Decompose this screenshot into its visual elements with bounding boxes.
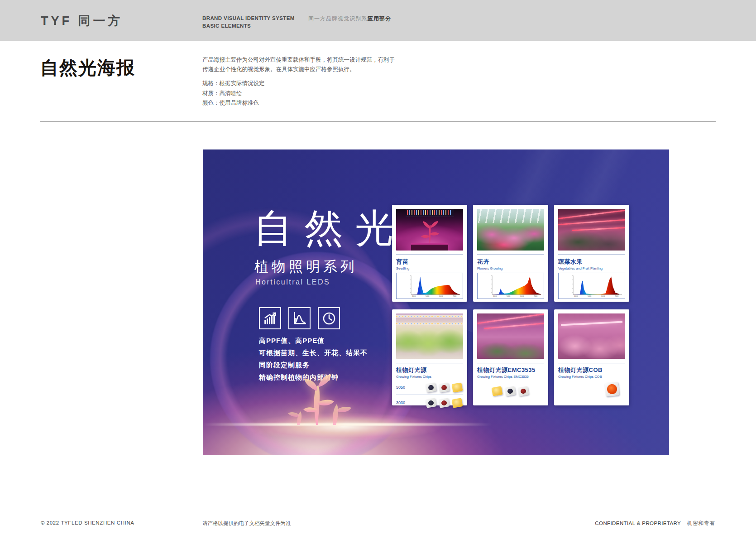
- card-title: 育苗: [396, 258, 463, 266]
- spectrum-svg: 400500600700: [478, 273, 544, 299]
- spectrum-chart-flowers: 400500600700: [477, 273, 544, 299]
- led-panel-graphic: [406, 209, 454, 217]
- led-chip-icon: [505, 386, 516, 396]
- feature-line1: 高PPF值、高PPE值: [259, 334, 368, 347]
- led-strip-graphic: [572, 227, 625, 231]
- cob-photo: [558, 313, 625, 359]
- card-flowers: 花卉 Flowers Growing 400500600700: [473, 205, 548, 302]
- spectrum-xtick: 700: [453, 295, 457, 297]
- led-chip-icon: [439, 382, 450, 393]
- led-chip-icon: [492, 386, 503, 396]
- spec-list: 规格：根据实际情况设定 材质：高清喷绘 颜色：使用品牌标准色: [202, 79, 265, 108]
- led-chip-icon: [518, 386, 529, 396]
- chip-set: [426, 399, 463, 407]
- led-strip-graphic: [478, 313, 544, 324]
- feature-line3: 同阶段定制服务: [259, 359, 368, 371]
- spectrum-xtick: 400: [412, 295, 416, 297]
- spec-size: 规格：根据实际情况设定: [202, 79, 265, 89]
- footer-confidential-cn: 机密和专有: [687, 521, 716, 526]
- clock-icon: [318, 307, 340, 329]
- footer-confidential: CONFIDENTIAL & PROPRIETARY 机密和专有: [595, 520, 715, 527]
- card-emc3535-chips: 植物灯光源EMC3535 Growing Fixtures Chips-EMC3…: [473, 309, 548, 405]
- led-strip-graphic: [558, 210, 625, 219]
- card-subtitle: Seedling: [396, 266, 463, 270]
- card-title: 植物灯光源EMC3535: [477, 366, 544, 374]
- flowers-photo: [477, 209, 544, 251]
- footer-note: 请严格以提供的电子文档矢量文件为准: [202, 520, 291, 527]
- header-system-title-en: BRAND VISUAL IDENTITY SYSTEM BASIC ELEME…: [202, 14, 295, 29]
- chip-row-3030: 3030: [396, 397, 463, 409]
- led-chip-icon: [439, 398, 450, 408]
- spectrum-xtick: 600: [601, 295, 605, 297]
- chip-size-label: 5050: [396, 385, 411, 390]
- led-chip-icon: [426, 398, 437, 408]
- spectrum-chart-vegetables: 400500600700: [558, 273, 625, 299]
- spec-material: 材质：高清喷绘: [202, 89, 265, 99]
- card-title: 植物灯光源: [396, 366, 463, 374]
- card-divider: [558, 255, 625, 255]
- spectrum-curve-glyph: [292, 311, 307, 326]
- card-title: 花卉: [477, 258, 544, 266]
- header-system-title-cn: 同一方品牌视觉识别系统: [308, 15, 373, 23]
- spectrum-xtick: 700: [615, 295, 619, 297]
- footer-confidential-en: CONFIDENTIAL & PROPRIETARY: [595, 521, 681, 526]
- card-subtitle: Flowers Growing: [477, 266, 544, 270]
- led-strip-graphic: [558, 219, 625, 225]
- natural-light-poster: 自然光 植物照明系列 Horticultral LEDS: [203, 149, 669, 455]
- chips-area: 5050 3030: [396, 381, 463, 409]
- card-divider: [477, 363, 544, 363]
- led-chip-icon: [452, 382, 463, 393]
- vegetables-photo: [558, 209, 625, 251]
- spectrum-area: [573, 277, 619, 295]
- section-divider: [40, 121, 716, 122]
- poster-subtitle: 植物照明系列: [254, 257, 358, 276]
- card-divider: [396, 255, 463, 255]
- spectrum-xtick: 500: [588, 295, 592, 297]
- header-bar: TYF 同一方 BRAND VISUAL IDENTITY SYSTEM BAS…: [0, 0, 756, 41]
- header-system-title-line2: BASIC ELEMENTS: [202, 22, 295, 30]
- description-line1: 产品海报主要作为公司对外宣传重要载体和手段，将其统一设计规范，有利于: [202, 55, 395, 65]
- card-title: 蔬菜水果: [558, 258, 625, 266]
- spectrum-curve-icon: [288, 307, 311, 329]
- chip-row: [477, 385, 544, 397]
- spectrum-chart-seedling: 400500600700: [396, 273, 463, 299]
- card-divider: [477, 255, 544, 255]
- card-subtitle: Growing Fixtures Chips: [396, 375, 463, 379]
- chip-row-divider: [396, 395, 463, 395]
- card-divider: [558, 363, 625, 363]
- chip-set: [492, 387, 529, 395]
- led-bar-graphic: [396, 323, 463, 325]
- card-subtitle: Vegetables and Fruit Planting: [558, 266, 625, 270]
- card-seedling: 育苗 Seedling 400500600700: [392, 205, 467, 302]
- chip-row-5050: 5050: [396, 381, 463, 393]
- emc3535-photo: [477, 313, 544, 359]
- footer-copyright: © 2022 TYFLED SHENZHEN CHINA: [41, 520, 134, 525]
- lettuce-photo: [396, 313, 463, 359]
- growth-chart-glyph: [263, 311, 278, 326]
- led-chip-icon: [452, 398, 463, 408]
- poster-title: 自然光: [254, 202, 406, 255]
- led-strip-graphic: [484, 323, 544, 329]
- spectrum-xtick: 600: [520, 295, 524, 297]
- card-divider: [396, 363, 463, 363]
- spectrum-xtick: 400: [493, 295, 497, 297]
- description-line2: 传递企业个性化的视觉形象。在具体实施中应严格参照执行。: [202, 65, 395, 74]
- spectrum-area: [492, 277, 541, 295]
- spectrum-xtick: 600: [439, 295, 443, 297]
- clock-glyph: [321, 311, 337, 326]
- feature-line2: 可根据苗期、生长、开花、结果不: [259, 347, 368, 359]
- greenhouse-roof-graphic: [477, 209, 544, 223]
- spectrum-xtick: 700: [534, 295, 538, 297]
- tyf-logo: TYF 同一方: [41, 13, 123, 29]
- seedling-plant-graphic: [417, 220, 442, 243]
- card-growing-chips: 植物灯光源 Growing Fixtures Chips 5050 3030: [392, 309, 467, 405]
- chip-size-label: 3030: [396, 400, 411, 405]
- spectrum-xtick: 400: [574, 295, 578, 297]
- card-vegetables: 蔬菜水果 Vegetables and Fruit Planting 40050…: [554, 205, 629, 302]
- brand-manual-page: TYF 同一方 BRAND VISUAL IDENTITY SYSTEM BAS…: [0, 0, 756, 535]
- card-cob-chips: 植物灯光源COB Growing Fixtures Chips-COB: [554, 309, 629, 405]
- led-tube-graphic: [561, 321, 622, 326]
- growth-chart-icon: [259, 307, 281, 329]
- spectrum-area: [411, 277, 460, 295]
- header-section-label: 应用部分: [368, 15, 391, 23]
